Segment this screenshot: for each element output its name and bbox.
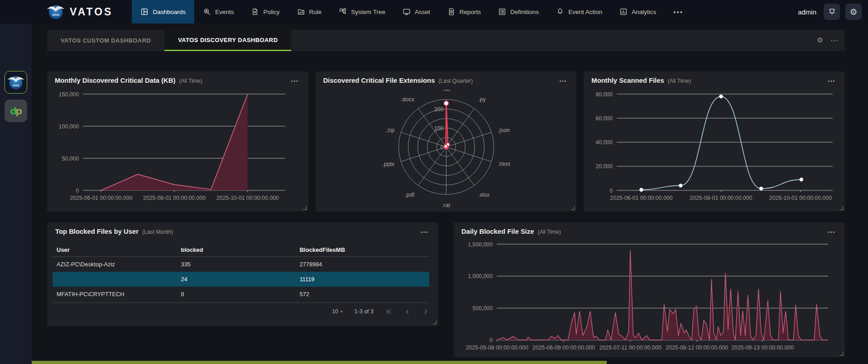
column-header[interactable]: User bbox=[53, 246, 177, 253]
app-sidebar: VATOS d p bbox=[0, 24, 32, 364]
search-user-icon bbox=[203, 8, 211, 16]
nav-item-policy[interactable]: Policy bbox=[242, 0, 288, 24]
card-subtitle: (All Time) bbox=[668, 78, 691, 84]
svg-text:VATOS: VATOS bbox=[12, 85, 19, 87]
svg-text:0: 0 bbox=[76, 188, 79, 194]
svg-text:.pptx: .pptx bbox=[382, 161, 395, 167]
svg-text:100,000: 100,000 bbox=[59, 123, 79, 130]
nav-item-event-action[interactable]: Event Action bbox=[547, 0, 611, 24]
nav-item-definitions[interactable]: Definitions bbox=[489, 0, 547, 24]
svg-text:.rar: .rar bbox=[442, 202, 451, 208]
svg-text:2025-09-13 00:00:00.000: 2025-09-13 00:00:00.000 bbox=[731, 345, 794, 351]
svg-text:.json: .json bbox=[498, 127, 509, 133]
svg-text:.pdf: .pdf bbox=[405, 192, 414, 198]
svg-text:.zip: .zip bbox=[386, 127, 395, 133]
monthly-discovered-chart: 050,000100,000150,0002025-06-01 00:00:00… bbox=[55, 90, 301, 212]
first-page-icon bbox=[385, 308, 392, 315]
column-header[interactable]: BlockedFilesMB bbox=[296, 246, 429, 253]
definitions-list-icon bbox=[498, 8, 506, 16]
tabbar-actions: ⚙ ⋯ bbox=[817, 30, 845, 51]
file-extensions-radar-chart: .txt.py.json.html.xlsx.rar.pdf.pptx.zip.… bbox=[323, 90, 569, 212]
nav-item-analytics[interactable]: Analytics bbox=[611, 0, 665, 24]
card-menu-icon[interactable]: ••• bbox=[558, 78, 569, 85]
svg-text:2025-10-01 00:00:00.000: 2025-10-01 00:00:00.000 bbox=[216, 195, 279, 201]
next-page-button[interactable] bbox=[422, 308, 429, 315]
vatos-eagle-icon: VATOS bbox=[46, 2, 65, 21]
card-title: Monthly Scanned Files bbox=[591, 77, 664, 84]
monthly_scanned-svg: 020,00040,00060,00080,0002025-06-01 00:0… bbox=[591, 90, 837, 212]
nav-overflow-icon[interactable]: ••• bbox=[665, 0, 692, 24]
pagination-range: 1-3 of 3 bbox=[355, 308, 374, 315]
card-subtitle: (Last Month) bbox=[142, 229, 173, 235]
tabbar-settings-icon[interactable]: ⚙ bbox=[817, 37, 823, 44]
nav-item-asset[interactable]: Asset bbox=[394, 0, 439, 24]
prev-page-button[interactable] bbox=[404, 308, 411, 315]
svg-text:2025-08-12 00:00:00.000: 2025-08-12 00:00:00.000 bbox=[666, 345, 728, 351]
table-row[interactable]: 2411119 bbox=[53, 272, 429, 287]
page-size-select[interactable]: 10 ▾ bbox=[332, 308, 342, 315]
nav-item-reports[interactable]: Reports bbox=[439, 0, 489, 24]
brand[interactable]: VATOS VATOS bbox=[0, 0, 132, 24]
card-monthly-discovered: Monthly Discovered Critical Data (KB) (A… bbox=[47, 71, 308, 212]
notifications-button[interactable] bbox=[824, 4, 840, 20]
nav-item-rule[interactable]: Rule bbox=[288, 0, 331, 24]
svg-text:500,000: 500,000 bbox=[473, 305, 493, 312]
card-menu-icon[interactable]: ••• bbox=[826, 78, 837, 85]
svg-text:100: 100 bbox=[434, 125, 443, 132]
column-header[interactable]: blocked bbox=[177, 246, 296, 253]
card-head: Monthly Discovered Critical Data (KB) (A… bbox=[55, 77, 301, 90]
tabbar-overflow-icon[interactable]: ⋯ bbox=[830, 37, 839, 44]
nav-item-system-tree[interactable]: System Tree bbox=[330, 0, 394, 24]
sidebar-app-dp[interactable]: d p bbox=[5, 99, 27, 122]
svg-text:0: 0 bbox=[440, 144, 443, 151]
svg-text:p: p bbox=[15, 106, 22, 117]
card-menu-icon[interactable]: ••• bbox=[419, 229, 430, 236]
table-cell: MFATIH-PC\CRYPTTECH bbox=[53, 291, 177, 298]
svg-text:2025-05-08 00:00:00.000: 2025-05-08 00:00:00.000 bbox=[466, 345, 528, 351]
dashboard-grid: Monthly Discovered Critical Data (KB) (A… bbox=[47, 71, 845, 357]
svg-text:0: 0 bbox=[489, 337, 493, 344]
monitor-icon bbox=[403, 8, 411, 16]
card-head: Daily Blocked File Size (All Time) ••• bbox=[461, 228, 837, 241]
nav-item-dashboards[interactable]: Dashboards bbox=[132, 0, 194, 24]
card-title: Daily Blocked File Size bbox=[461, 228, 534, 235]
table-pagination: 10 ▾ 1-3 of 3 bbox=[53, 303, 429, 320]
svg-text:.html: .html bbox=[498, 161, 510, 167]
alarm-bell-icon bbox=[828, 8, 836, 16]
table-row[interactable]: AZIZ-PC\Desktop-Aziz3352778984 bbox=[53, 257, 429, 272]
table-cell: 24 bbox=[177, 276, 296, 283]
svg-text:.txt: .txt bbox=[442, 90, 450, 92]
chevron-right-icon bbox=[422, 308, 429, 315]
dashboard-row-1: Monthly Discovered Critical Data (KB) (A… bbox=[47, 71, 845, 212]
settings-button[interactable]: ⚙ bbox=[845, 4, 862, 20]
card-head: Monthly Scanned Files (All Time) ••• bbox=[591, 77, 837, 90]
svg-text:40,000: 40,000 bbox=[596, 139, 613, 146]
nav-item-events[interactable]: Events bbox=[194, 0, 242, 24]
card-top-blocked-files: Top Blocked Files by User (Last Month) •… bbox=[47, 222, 438, 326]
report-document-icon bbox=[447, 8, 456, 16]
card-menu-icon[interactable]: ••• bbox=[826, 229, 837, 236]
svg-text:2025-08-01 00:00:00.000: 2025-08-01 00:00:00.000 bbox=[690, 195, 753, 201]
table-cell: 572 bbox=[296, 291, 429, 298]
tab-vatos-custom-dashboard[interactable]: VATOS CUSTOM DASHBOARD bbox=[47, 30, 164, 51]
card-title: Top Blocked Files by User bbox=[55, 228, 139, 235]
dashboard-tabbar: VATOS CUSTOM DASHBOARD VATOS DISCOVERY D… bbox=[47, 30, 845, 51]
table-cell: 8 bbox=[177, 291, 296, 298]
svg-text:1,000,000: 1,000,000 bbox=[468, 273, 493, 279]
card-title: Discovered Critical File Extensions bbox=[323, 77, 435, 84]
gear-icon: ⚙ bbox=[849, 8, 857, 16]
table-cell: AZIZ-PC\Desktop-Aziz bbox=[53, 261, 177, 268]
bell-icon bbox=[556, 8, 564, 16]
vatos-eagle-icon: VATOS bbox=[7, 73, 25, 91]
svg-text:20,000: 20,000 bbox=[596, 163, 613, 170]
monthly-scanned-chart: 020,00040,00060,00080,0002025-06-01 00:0… bbox=[591, 90, 837, 212]
user-menu[interactable]: admin bbox=[798, 8, 816, 16]
tab-vatos-discovery-dashboard[interactable]: VATOS DISCOVERY DASHBOARD bbox=[164, 30, 291, 51]
dp-logo-icon: d p bbox=[7, 102, 25, 120]
first-page-button[interactable] bbox=[385, 308, 392, 315]
sidebar-app-vatos[interactable]: VATOS bbox=[5, 71, 27, 94]
navbar-right: admin ⚙ bbox=[798, 0, 868, 24]
card-menu-icon[interactable]: ••• bbox=[289, 78, 301, 85]
table-row[interactable]: MFATIH-PC\CRYPTTECH8572 bbox=[53, 287, 429, 302]
card-monthly-scanned: Monthly Scanned Files (All Time) ••• 020… bbox=[584, 71, 845, 212]
